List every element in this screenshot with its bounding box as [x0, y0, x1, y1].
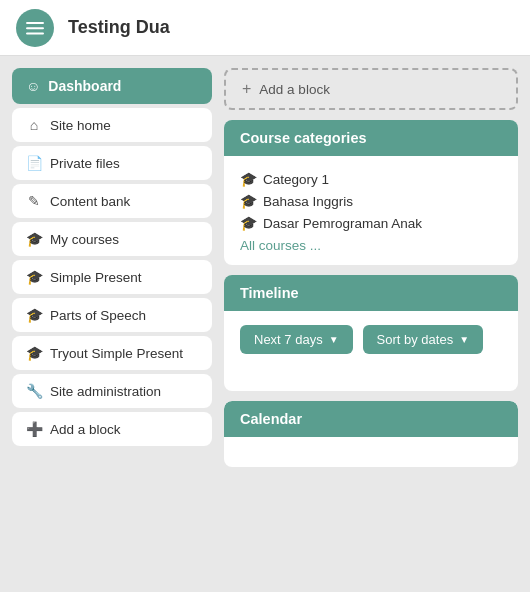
sidebar-label: Parts of Speech	[50, 308, 146, 323]
sidebar-item-my-courses[interactable]: 🎓 My courses	[12, 222, 212, 256]
sidebar-label: Content bank	[50, 194, 130, 209]
graduation-icon: 🎓	[26, 231, 42, 247]
category-label: Bahasa Inggris	[263, 194, 353, 209]
main-content: ☺ Dashboard ⌂ Site home 📄 Private files …	[0, 56, 530, 592]
plus-box-icon: ➕	[26, 421, 42, 437]
sort-by-dates-dropdown[interactable]: Sort by dates ▼	[363, 325, 484, 354]
sidebar-item-add-block[interactable]: ➕ Add a block	[12, 412, 212, 446]
category-label: Dasar Pemrograman Anak	[263, 216, 422, 231]
category-item: 🎓 Bahasa Inggris	[240, 190, 502, 212]
graduation-icon: 🎓	[240, 193, 257, 209]
sidebar-item-site-home[interactable]: ⌂ Site home	[12, 108, 212, 142]
sidebar-label: Tryout Simple Present	[50, 346, 183, 361]
sidebar-label: My courses	[50, 232, 119, 247]
dashboard-icon: ☺	[26, 78, 40, 94]
sidebar-item-parts-of-speech[interactable]: 🎓 Parts of Speech	[12, 298, 212, 332]
sort-by-dates-label: Sort by dates	[377, 332, 454, 347]
menu-icon	[26, 19, 44, 37]
course-categories-body: 🎓 Category 1 🎓 Bahasa Inggris 🎓 Dasar Pe…	[224, 156, 518, 265]
sidebar-label: Private files	[50, 156, 120, 171]
sidebar-item-tryout-simple-present[interactable]: 🎓 Tryout Simple Present	[12, 336, 212, 370]
add-block-button[interactable]: + Add a block	[224, 68, 518, 110]
hamburger-button[interactable]	[16, 9, 54, 47]
svg-rect-2	[26, 32, 44, 34]
sidebar-item-content-bank[interactable]: ✎ Content bank	[12, 184, 212, 218]
category-item: 🎓 Category 1	[240, 168, 502, 190]
graduation-icon: 🎓	[26, 269, 42, 285]
graduation-icon: 🎓	[240, 215, 257, 231]
calendar-header: Calendar	[224, 401, 518, 437]
next-7-days-label: Next 7 days	[254, 332, 323, 347]
timeline-header: Timeline	[224, 275, 518, 311]
graduation-icon: 🎓	[26, 307, 42, 323]
right-panel: + Add a block Course categories 🎓 Catego…	[224, 68, 518, 580]
sidebar-dashboard-label: Dashboard	[48, 78, 121, 94]
sidebar-item-private-files[interactable]: 📄 Private files	[12, 146, 212, 180]
next-7-days-dropdown[interactable]: Next 7 days ▼	[240, 325, 353, 354]
sidebar-item-site-administration[interactable]: 🔧 Site administration	[12, 374, 212, 408]
calendar-card: Calendar	[224, 401, 518, 467]
timeline-buttons: Next 7 days ▼ Sort by dates ▼	[240, 325, 502, 354]
plus-icon: +	[242, 80, 251, 98]
sidebar-label: Site administration	[50, 384, 161, 399]
course-categories-card: Course categories 🎓 Category 1 🎓 Bahasa …	[224, 120, 518, 265]
sidebar-label: Add a block	[50, 422, 121, 437]
wrench-icon: 🔧	[26, 383, 42, 399]
sidebar-label: Site home	[50, 118, 111, 133]
page-title: Testing Dua	[68, 17, 170, 38]
course-categories-header: Course categories	[224, 120, 518, 156]
sidebar-label: Simple Present	[50, 270, 142, 285]
timeline-card: Timeline Next 7 days ▼ Sort by dates ▼	[224, 275, 518, 391]
sidebar-item-dashboard[interactable]: ☺ Dashboard	[12, 68, 212, 104]
chevron-down-icon: ▼	[459, 334, 469, 345]
graduation-icon: 🎓	[240, 171, 257, 187]
category-item: 🎓 Dasar Pemrograman Anak	[240, 212, 502, 234]
edit-icon: ✎	[26, 193, 42, 209]
timeline-body: Next 7 days ▼ Sort by dates ▼	[224, 311, 518, 391]
file-icon: 📄	[26, 155, 42, 171]
svg-rect-1	[26, 27, 44, 29]
category-label: Category 1	[263, 172, 329, 187]
home-icon: ⌂	[26, 117, 42, 133]
chevron-down-icon: ▼	[329, 334, 339, 345]
sidebar-item-simple-present[interactable]: 🎓 Simple Present	[12, 260, 212, 294]
top-bar: Testing Dua	[0, 0, 530, 56]
add-block-label: Add a block	[259, 82, 330, 97]
calendar-body	[224, 437, 518, 467]
sidebar: ☺ Dashboard ⌂ Site home 📄 Private files …	[12, 68, 212, 580]
svg-rect-0	[26, 22, 44, 24]
all-courses-link[interactable]: All courses ...	[240, 238, 502, 253]
graduation-icon: 🎓	[26, 345, 42, 361]
